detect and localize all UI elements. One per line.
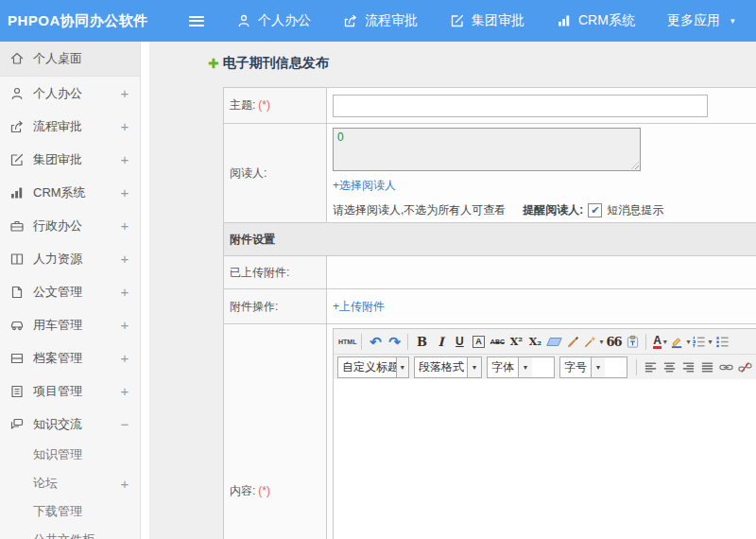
- expand-icon[interactable]: +: [119, 284, 130, 300]
- archive-icon: [9, 351, 25, 366]
- expand-icon[interactable]: +: [119, 217, 130, 234]
- blockquote-button[interactable]: 66: [604, 331, 623, 352]
- sidebar-subitem-knowledge-mgmt[interactable]: 知识管理: [0, 441, 140, 469]
- expand-icon[interactable]: +: [119, 383, 130, 399]
- doc-icon: [9, 285, 25, 300]
- highlighter-icon: [670, 335, 684, 349]
- nav-more-apps[interactable]: 更多应用 ▾: [667, 12, 735, 29]
- sidebar-subitem-label: 论坛: [33, 475, 119, 492]
- sidebar-item-project-mgmt[interactable]: 项目管理 +: [0, 374, 140, 408]
- subscript-button[interactable]: X₂: [525, 331, 544, 352]
- nav-personal-office[interactable]: 个人办公: [236, 12, 311, 29]
- sidebar-item-label: 行政办公: [33, 217, 119, 235]
- uploaded-attachments-row: 已上传附件:: [224, 256, 756, 289]
- editor-content-area[interactable]: [334, 379, 756, 539]
- highlight-color-button[interactable]: ▾: [669, 331, 691, 352]
- undo-button[interactable]: ↶: [366, 331, 385, 352]
- redo-icon: ↷: [388, 335, 401, 349]
- sidebar-item-knowledge-exchange[interactable]: 知识交流 −: [0, 408, 140, 441]
- nav-group-approval[interactable]: 集团审批: [450, 12, 524, 29]
- align-right-button[interactable]: [679, 356, 697, 377]
- source-code-button[interactable]: HTML: [337, 331, 357, 352]
- uploaded-list-cell: [327, 256, 756, 289]
- expand-icon[interactable]: +: [119, 184, 130, 200]
- user-icon: [9, 86, 25, 101]
- edit-icon: [450, 13, 465, 28]
- nav-label: 更多应用: [667, 12, 720, 29]
- select-readers-link[interactable]: +选择阅读人: [333, 179, 396, 192]
- toolbar-separator: [361, 334, 362, 350]
- underline-button[interactable]: U: [450, 331, 469, 352]
- required-mark: (*): [258, 484, 270, 497]
- sidebar-item-human-resources[interactable]: 人力资源 +: [0, 242, 140, 275]
- attachment-op-cell: +上传附件: [327, 289, 756, 324]
- expand-icon[interactable]: +: [119, 251, 130, 267]
- insert-link-button[interactable]: [716, 356, 735, 377]
- required-mark: (*): [258, 98, 270, 112]
- publish-form: 主题:(*) 阅读人: 0 +选择阅读人: [223, 87, 756, 539]
- expand-icon[interactable]: +: [119, 350, 130, 366]
- ordered-list-button[interactable]: ▾: [691, 331, 713, 352]
- align-left-icon: [644, 360, 658, 374]
- bold-button[interactable]: B: [412, 331, 431, 352]
- collapse-icon[interactable]: −: [119, 416, 130, 432]
- readers-label: 阅读人:: [230, 166, 266, 180]
- expand-icon[interactable]: +: [119, 85, 130, 101]
- expand-icon[interactable]: +: [119, 151, 130, 167]
- sidebar-item-workflow-approval[interactable]: 流程审批 +: [0, 110, 140, 143]
- char-border-button[interactable]: A: [469, 331, 488, 352]
- attachment-section-title: 附件设置: [224, 223, 756, 256]
- paragraph-format-dropdown[interactable]: 段落格式▾: [414, 356, 482, 378]
- upload-attachment-link[interactable]: +上传附件: [333, 300, 385, 313]
- sidebar-item-vehicle-mgmt[interactable]: 用车管理 +: [0, 308, 140, 341]
- redo-button[interactable]: ↷: [385, 331, 404, 352]
- sidebar-subitem-forum[interactable]: 论坛 +: [0, 469, 140, 497]
- font-family-dropdown[interactable]: 字体▾: [487, 356, 555, 378]
- strikethrough-button[interactable]: ABC: [488, 331, 507, 352]
- nav-workflow-approval[interactable]: 流程审批: [343, 12, 418, 29]
- justify-button[interactable]: [697, 356, 716, 377]
- toolbar-separator: [407, 334, 408, 350]
- expand-icon[interactable]: +: [119, 476, 130, 492]
- quick-format-button[interactable]: ▾: [582, 331, 604, 352]
- expand-icon[interactable]: +: [119, 118, 130, 134]
- sidebar-item-group-approval[interactable]: 集团审批 +: [0, 143, 140, 176]
- sidebar-item-label: 人力资源: [33, 251, 119, 268]
- sidebar-item-archive-mgmt[interactable]: 档案管理 +: [0, 341, 140, 374]
- italic-button[interactable]: I: [431, 331, 450, 352]
- sidebar-item-personal-desktop[interactable]: 个人桌面: [0, 42, 140, 77]
- sidebar-subitem-public-file-cabinet[interactable]: 公共文件柜: [0, 526, 140, 539]
- nav-crm-system[interactable]: CRM系统: [557, 12, 635, 29]
- sidebar-subitem-download-mgmt[interactable]: 下载管理: [0, 497, 140, 526]
- align-left-button[interactable]: [641, 356, 660, 377]
- expand-icon[interactable]: +: [119, 317, 130, 333]
- menu-toggle-icon[interactable]: [189, 16, 204, 26]
- app-window: PHPOA协同办公软件 个人办公 流程审批 集团审批 CRM系统 更多应用 ▾: [0, 0, 756, 539]
- sidebar-item-personal-office[interactable]: 个人办公 +: [0, 77, 140, 110]
- subject-input[interactable]: [333, 95, 708, 117]
- justify-icon: [700, 360, 714, 374]
- undo-icon: ↶: [369, 335, 382, 349]
- user-icon: [236, 13, 251, 28]
- sidebar-item-crm-system[interactable]: CRM系统 +: [0, 176, 140, 209]
- align-center-button[interactable]: [660, 356, 679, 377]
- font-color-button[interactable]: A▾: [650, 331, 669, 352]
- font-size-dropdown[interactable]: 字号▾: [559, 356, 627, 378]
- sidebar-item-admin-office[interactable]: 行政办公 +: [0, 209, 140, 242]
- subject-label: 主题:: [230, 98, 255, 112]
- edit-icon: [9, 152, 25, 167]
- caret-down-icon: ▾: [467, 357, 481, 377]
- sms-checkbox[interactable]: ✔: [588, 203, 602, 217]
- superscript-button[interactable]: X²: [507, 331, 525, 352]
- readers-textarea[interactable]: 0: [333, 128, 641, 171]
- readers-row: 阅读人: 0 +选择阅读人 请选择阅读人,不选为所有人可查看 提醒阅读人: ✔ …: [224, 124, 756, 223]
- remove-link-button[interactable]: [735, 356, 754, 377]
- uploaded-label: 已上传附件:: [224, 256, 327, 289]
- unordered-list-button[interactable]: [713, 331, 732, 352]
- remove-format-button[interactable]: [544, 331, 563, 352]
- custom-heading-dropdown[interactable]: 自定义标题▾: [337, 356, 409, 378]
- sidebar-item-document-mgmt[interactable]: 公文管理 +: [0, 275, 140, 308]
- format-painter-button[interactable]: [563, 331, 582, 352]
- page-title: 电子期刊信息发布: [223, 55, 329, 72]
- paste-plain-button[interactable]: [623, 331, 642, 352]
